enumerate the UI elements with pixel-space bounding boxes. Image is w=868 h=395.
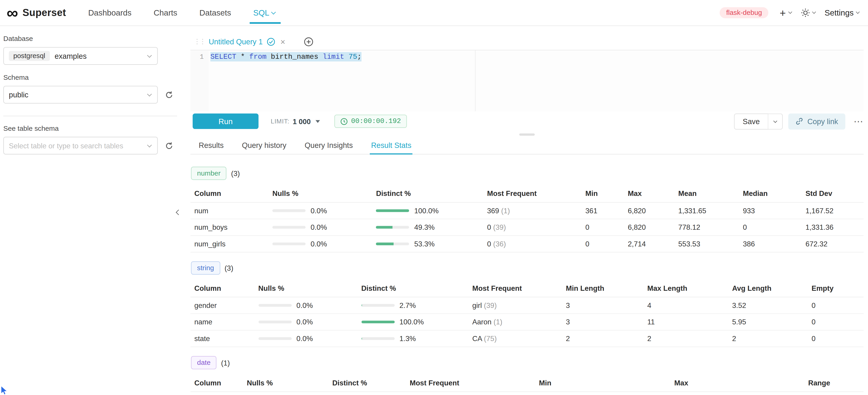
table-row: num 0.0% 100.0% 369 (1) 361 6,820 1,331.… [190, 203, 863, 219]
type-count: (1) [221, 359, 230, 367]
nulls-cell: 0.0% [269, 219, 372, 236]
superset-logo-icon[interactable]: ∞ [7, 5, 18, 21]
median-cell: 0 [739, 219, 802, 236]
tab-result-stats[interactable]: Result Stats [370, 136, 412, 154]
freq-value: Aaron [472, 318, 492, 326]
workspace: Database postgresql examples Schema publ… [0, 26, 868, 395]
query-tab-untitled-query-1[interactable]: ⋮⋮ Untitled Query 1 × [190, 33, 291, 50]
distinct-value: 49.3% [414, 223, 435, 232]
refresh-tables-button[interactable] [165, 142, 173, 150]
close-tab-icon[interactable]: × [280, 37, 285, 45]
nav-dashboards[interactable]: Dashboards [88, 8, 131, 17]
max-length-cell: 11 [643, 314, 728, 331]
copy-link-button[interactable]: Copy link [788, 113, 845, 129]
brand-name[interactable]: Superset [23, 7, 66, 19]
nav-charts[interactable]: Charts [154, 8, 177, 17]
avg-length-cell: 3.52 [728, 297, 808, 314]
min-length-cell: 3 [562, 297, 643, 314]
distinct-value: 100.0% [414, 207, 439, 215]
string-stats-section: string (3) Column Nulls % Distinct % Mos… [190, 262, 863, 347]
section-head: date (1) [190, 356, 863, 369]
more-menu-button[interactable]: ⋯ [854, 117, 864, 126]
database-select[interactable]: postgresql examples [3, 47, 158, 65]
table-select[interactable]: Select table or type to search tables [3, 137, 158, 154]
col-header: Nulls % [243, 374, 329, 392]
navbar-right: flask-debug + Settings [720, 7, 859, 18]
empty-cell: 0 [808, 314, 864, 331]
distinct-cell: 53.3% [372, 236, 483, 252]
chevron-down-icon [147, 92, 152, 96]
bar-fill [376, 226, 393, 229]
schema-row: public [3, 86, 184, 103]
sql-keyword: limit [323, 53, 344, 61]
link-icon [796, 118, 804, 125]
col-header: Min [535, 374, 670, 392]
chevron-down-icon [147, 53, 152, 58]
add-tab-button[interactable] [304, 37, 314, 46]
copy-link-label: Copy link [807, 117, 838, 125]
sql-code-editor[interactable]: 1 SELECT * from birth_names limit 75; [190, 50, 863, 111]
col-header: Most Frequent [406, 374, 535, 392]
bar-fill [376, 209, 409, 212]
most-frequent-cell: 1965-01-01T00:00:00 (75) [406, 392, 535, 395]
result-tab-bar: Results Query history Query Insights Res… [190, 136, 863, 154]
schema-select[interactable]: public [3, 86, 158, 103]
nulls-bar [272, 209, 306, 212]
save-dropdown-button[interactable] [768, 113, 783, 129]
max-cell: 6,820 [624, 219, 675, 236]
limit-dropdown[interactable]: LIMIT: 1 000 [271, 117, 320, 125]
collapse-sidebar-button[interactable] [174, 206, 181, 216]
nulls-cell: 0.0% [254, 331, 358, 347]
tab-query-insights[interactable]: Query Insights [304, 136, 354, 154]
new-item-button[interactable]: + [780, 7, 792, 18]
timer-value: 00:00:00.192 [351, 118, 401, 125]
save-button[interactable]: Save [734, 113, 769, 129]
nav-sql[interactable]: SQL [253, 8, 275, 17]
panel-resize-handle[interactable] [519, 133, 535, 136]
col-header: Avg Length [728, 280, 808, 297]
chevron-down-icon [271, 9, 276, 14]
col-header: Most Frequent [468, 280, 562, 297]
most-frequent-cell: girl (39) [468, 297, 562, 314]
mouse-cursor [0, 386, 9, 395]
editor-code-area[interactable]: SELECT * from birth_names limit 75; [209, 50, 863, 111]
distinct-cell: 100.0% [358, 314, 468, 331]
nulls-value: 0.0% [311, 223, 327, 232]
environment-badge: flask-debug [720, 7, 769, 18]
range-cell: same day [804, 392, 863, 395]
table-select-placeholder: Select table or type to search tables [9, 142, 123, 150]
nav-datasets[interactable]: Datasets [199, 8, 231, 17]
sql-editor-panel: ⋮⋮ Untitled Query 1 × 1 SELECT * from bi… [190, 26, 868, 395]
column-name-cell: ds [190, 392, 243, 395]
col-header: Column [190, 280, 254, 297]
chevron-down-icon [812, 10, 816, 14]
freq-count: (1) [493, 318, 502, 326]
line-number: 1 [200, 53, 204, 61]
most-frequent-cell: 0 (39) [483, 219, 581, 236]
col-header: Min Length [562, 280, 643, 297]
drag-handle-icon[interactable]: ⋮⋮ [194, 38, 205, 45]
distinct-value: 1.3% [400, 335, 416, 343]
header-row: Column Nulls % Distinct % Most Frequent … [190, 374, 863, 392]
tab-results[interactable]: Results [198, 136, 225, 154]
refresh-schemas-button[interactable] [165, 91, 173, 99]
tab-query-history[interactable]: Query history [241, 136, 287, 154]
theme-toggle-button[interactable] [801, 8, 815, 17]
col-header: Range [804, 374, 863, 392]
column-name-cell: num_boys [190, 219, 269, 236]
settings-menu[interactable]: Settings [825, 8, 859, 17]
column-name-cell: name [190, 314, 254, 331]
freq-count: (36) [493, 240, 506, 248]
sql-identifier: birth_names [267, 53, 323, 61]
mean-cell: 1,331.65 [675, 203, 739, 219]
distinct-value: 53.3% [414, 240, 435, 248]
refresh-icon [165, 91, 173, 99]
nulls-value: 0.0% [311, 207, 327, 215]
median-cell: 386 [739, 236, 802, 252]
col-header: Mean [675, 185, 739, 202]
result-stats-panel: number (3) Column Nulls % Distinct % Mos… [190, 154, 863, 395]
settings-label: Settings [825, 8, 854, 17]
col-header: Column [190, 185, 269, 202]
min-length-cell: 3 [562, 314, 643, 331]
run-button[interactable]: Run [193, 114, 258, 129]
